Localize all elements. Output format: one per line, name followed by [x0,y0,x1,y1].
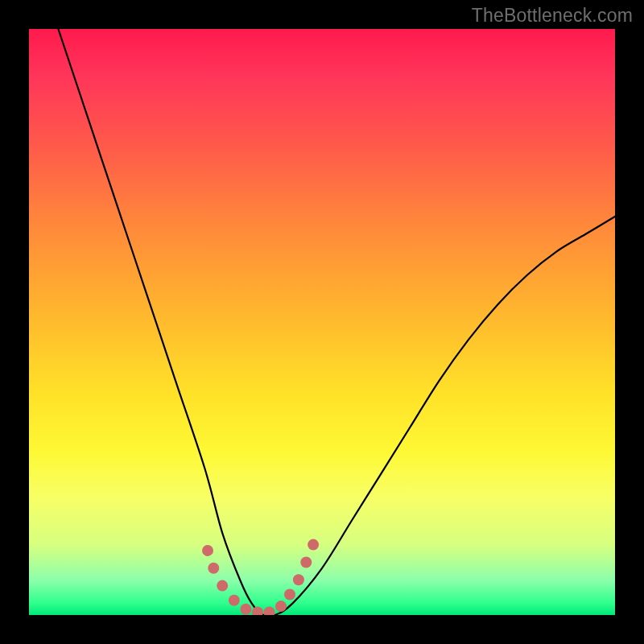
highlight-dot [264,606,275,615]
chart-frame: TheBottleneck.com [0,0,644,644]
highlight-dot [252,606,263,615]
highlight-dot [202,545,213,556]
highlight-dot [300,557,312,568]
highlight-dot [217,580,228,592]
highlight-dot [308,539,319,551]
curve-svg [29,29,615,615]
highlight-dot [284,589,295,601]
highlight-dots [202,539,319,615]
highlight-dot [240,604,251,615]
highlight-dot [275,601,287,612]
watermark-text: TheBottleneck.com [472,5,633,27]
highlight-dot [208,563,219,574]
plot-area [29,29,615,615]
bottleneck-curve [58,29,615,615]
highlight-dot [229,595,240,606]
highlight-dot [293,574,304,585]
